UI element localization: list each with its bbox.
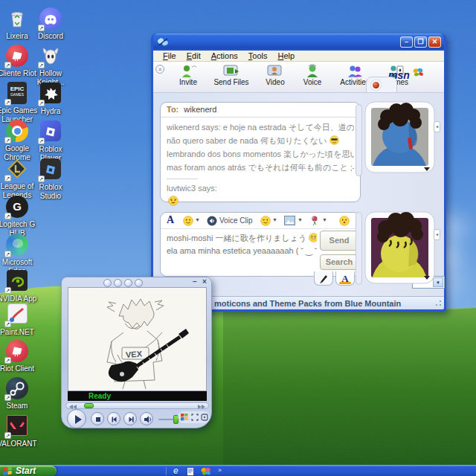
send-button[interactable]: Send <box>320 231 358 251</box>
search-button[interactable]: Search <box>320 254 358 270</box>
player-nav-button[interactable] <box>103 279 112 287</box>
silly-face-emoji <box>168 196 178 206</box>
shortcut-arrow: ↗ <box>4 321 11 327</box>
voice-icon <box>303 63 322 78</box>
mail-quicklaunch-icon[interactable] <box>187 467 195 476</box>
avatar-side-arrow-button[interactable]: ◂ <box>434 229 440 240</box>
desktop-icon-hollow-knight[interactable]: ↗ Hollow Knight... <box>29 45 72 86</box>
mute-button[interactable] <box>140 412 153 425</box>
ie-quicklaunch-icon[interactable]: e <box>173 466 178 476</box>
toolbar-collapse-button[interactable]: ≡ <box>155 65 164 74</box>
message-input[interactable]: moshi-moshi 一緒に歌を作りましょう ela ama minha es… <box>167 232 317 273</box>
image-button[interactable] <box>284 216 295 225</box>
avatar-side-arrow-button[interactable]: ◂ <box>434 121 440 132</box>
play-button[interactable] <box>67 409 86 428</box>
menu-edit[interactable]: Edit <box>181 51 206 60</box>
player-titlebar[interactable]: – × <box>62 277 211 288</box>
start-button[interactable]: Start <box>0 466 57 476</box>
full-mode-icon[interactable] <box>191 414 199 421</box>
emoticon-dropdown-arrow[interactable]: ▼ <box>195 217 200 222</box>
self-display-picture[interactable] <box>364 184 437 288</box>
shortcut-arrow: ↗ <box>38 138 45 144</box>
toolbar-video[interactable]: Video <box>257 63 293 86</box>
icon-label: VALORANT <box>0 440 39 448</box>
stop-button[interactable] <box>91 412 104 425</box>
wink-dropdown-arrow[interactable]: ▼ <box>272 217 277 222</box>
skin-mode-icon[interactable] <box>201 414 208 421</box>
menu-help[interactable]: Help <box>273 51 300 60</box>
activities-icon <box>345 63 364 78</box>
seek-thumb[interactable] <box>84 403 94 408</box>
desktop-icon-paintnet[interactable]: ↗ Paint.NET <box>0 303 39 337</box>
epic-icon: EPIC GAMES ↗ <box>6 82 28 104</box>
avatar-options-arrow[interactable] <box>424 167 430 171</box>
message-history[interactable]: wikenerd says: e hoje na estrada そして今日、道… <box>161 118 360 208</box>
desktop-icon-ghub[interactable]: G ↗ Logitech G HUB <box>0 196 39 237</box>
desktop-icon-valorant[interactable]: ↗ VALORANT <box>0 414 39 448</box>
chat-sender: luvtwic3 says: <box>167 183 354 194</box>
desktop-icon-steam[interactable]: ↗ Steam <box>0 377 39 411</box>
text-tab-selected[interactable]: A <box>335 271 355 286</box>
nudge-emoticon-button[interactable] <box>339 216 350 226</box>
input-line: ela ama minha estetica yeaaaaaah ( ˘ ‿ ˘… <box>167 245 317 257</box>
emoticon-picker-button[interactable] <box>183 216 193 226</box>
toolbar-voice[interactable]: Voice <box>295 63 330 86</box>
player-eq-button[interactable] <box>124 279 132 287</box>
hollow-knight-icon: ↗ <box>39 45 62 67</box>
menu-tools[interactable]: Tools <box>243 51 273 60</box>
shortcut-arrow: ↗ <box>4 287 11 294</box>
menu-actions[interactable]: Actions <box>206 51 243 60</box>
windows-logo-icon[interactable] <box>181 414 188 421</box>
gift-flower-button[interactable] <box>309 215 320 226</box>
toolbar-send-files[interactable]: Send Files <box>208 63 254 86</box>
desktop-icon-hydra[interactable]: ↗ Hydra <box>29 82 72 116</box>
avatar-options-arrow[interactable] <box>424 276 430 280</box>
desktop-icon-riot-client[interactable]: ↗ Riot Client <box>0 340 39 373</box>
desktop-icon-roblox-studio[interactable]: ↗ Roblox Studio <box>29 158 72 200</box>
player-minimize-button[interactable]: – <box>193 277 197 286</box>
invite-icon <box>178 63 198 78</box>
chat-message: wikenerd says: e hoje na estrada そして今日、道… <box>167 120 354 134</box>
icon-label: Paint.NET <box>0 328 39 337</box>
sidebar-handle[interactable] <box>356 104 362 176</box>
shortcut-arrow: ↗ <box>38 100 45 106</box>
image-dropdown-arrow[interactable]: ▼ <box>298 217 303 222</box>
valorant-icon: ↗ <box>6 415 28 437</box>
handwriting-tab[interactable] <box>314 271 333 286</box>
toolbar-invite[interactable]: Invite <box>170 63 207 86</box>
cool-sunglasses-emoji <box>329 135 339 145</box>
seek-bar[interactable] <box>65 402 209 409</box>
active-tab-underline <box>339 282 351 284</box>
sidebar-handle[interactable] <box>356 212 362 285</box>
league-icon: ↗ <box>6 158 28 180</box>
rewind-icon[interactable] <box>69 405 77 409</box>
maximize-button[interactable]: ❐ <box>414 36 427 48</box>
pen-icon <box>318 273 329 283</box>
msn-menubar: File Edit Actions Tools Help <box>153 51 444 62</box>
shortcut-arrow: ↗ <box>4 99 11 106</box>
desktop-icon-discord[interactable]: ↗ Discord <box>29 7 72 41</box>
gift-dropdown-arrow[interactable]: ▼ <box>322 217 327 222</box>
msn-quicklaunch-icon[interactable] <box>201 467 210 475</box>
next-button[interactable] <box>123 412 137 425</box>
player-playlist-button[interactable] <box>114 279 122 287</box>
taskbar: Start e » <box>0 465 476 476</box>
contact-display-picture[interactable] <box>364 78 437 178</box>
fast-forward-icon[interactable] <box>198 405 205 409</box>
voice-clip-button[interactable]: Voice Clip <box>219 216 252 225</box>
minimize-button[interactable]: – <box>400 36 413 48</box>
desktop-icon-nvidia[interactable]: ↗ NVIDIA App <box>0 269 39 303</box>
quicklaunch-overflow-chevron[interactable]: » <box>218 466 222 474</box>
close-button[interactable]: ✕ <box>428 36 441 48</box>
wink-emoticon-button[interactable] <box>260 216 271 226</box>
msn-titlebar[interactable]: – ❐ ✕ <box>153 33 444 51</box>
previous-button[interactable] <box>107 412 120 425</box>
player-visual-button[interactable] <box>135 279 143 287</box>
resize-grip[interactable] <box>434 300 442 307</box>
player-close-button[interactable]: × <box>202 277 207 286</box>
menu-file[interactable]: File <box>158 51 181 60</box>
desktop-icon-roblox-player[interactable]: ↗ Roblox Player <box>29 120 72 162</box>
ghub-icon: G ↗ <box>6 196 28 218</box>
font-button[interactable]: A <box>167 214 174 226</box>
conversation-panel: To: wikenerd wikenerd says: e hoje na es… <box>160 102 361 202</box>
